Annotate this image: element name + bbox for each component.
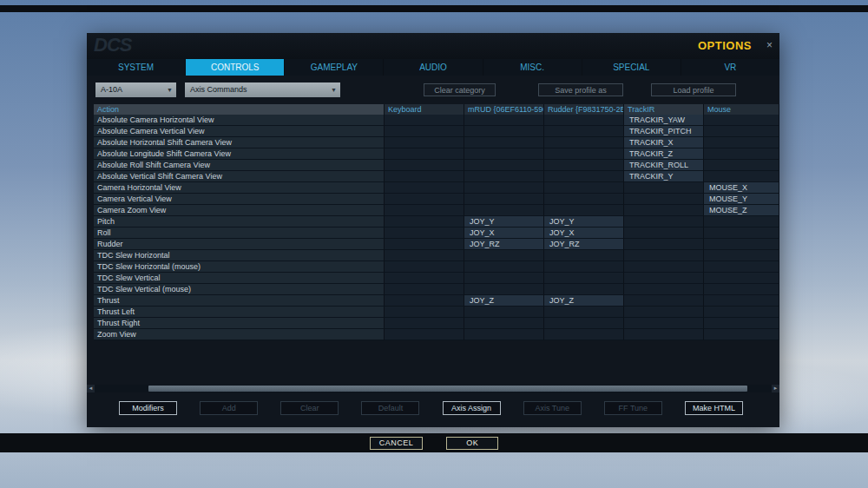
- binding-cell[interactable]: [464, 329, 544, 340]
- binding-cell[interactable]: [464, 126, 544, 137]
- save-profile-button[interactable]: Save profile as: [538, 83, 623, 96]
- binding-cell[interactable]: [544, 307, 624, 318]
- tab-gameplay[interactable]: GAMEPLAY: [285, 59, 384, 76]
- binding-cell[interactable]: TRACKIR_X: [624, 137, 704, 148]
- add-button[interactable]: Add: [200, 401, 258, 415]
- action-cell[interactable]: Rudder: [94, 239, 385, 250]
- binding-cell[interactable]: [464, 182, 544, 194]
- binding-cell[interactable]: [464, 194, 544, 205]
- binding-cell[interactable]: [624, 205, 704, 216]
- binding-cell[interactable]: [385, 273, 464, 284]
- binding-cell[interactable]: [624, 182, 704, 194]
- binding-cell[interactable]: [704, 273, 779, 284]
- binding-cell[interactable]: JOY_RZ: [464, 239, 544, 250]
- action-cell[interactable]: TDC Slew Vertical (mouse): [94, 284, 385, 295]
- binding-cell[interactable]: [704, 250, 779, 261]
- binding-cell[interactable]: MOUSE_Z: [704, 205, 779, 216]
- binding-cell[interactable]: JOY_Y: [544, 216, 624, 228]
- binding-cell[interactable]: [624, 284, 704, 295]
- action-cell[interactable]: Absolute Camera Horizontal View: [94, 115, 385, 126]
- action-cell[interactable]: Absolute Vertical Shift Camera View: [94, 171, 385, 182]
- binding-cell[interactable]: [544, 318, 624, 329]
- scrollbar-track[interactable]: [95, 385, 772, 392]
- binding-cell[interactable]: TRACKIR_ROLL: [624, 160, 704, 171]
- binding-cell[interactable]: [385, 250, 464, 261]
- action-cell[interactable]: Pitch: [94, 216, 385, 228]
- action-cell[interactable]: Camera Horizontal View: [94, 182, 385, 194]
- action-cell[interactable]: Camera Vertical View: [94, 194, 385, 205]
- binding-cell[interactable]: [704, 261, 779, 273]
- load-profile-button[interactable]: Load profile: [651, 83, 736, 96]
- action-cell[interactable]: Roll: [94, 228, 385, 239]
- action-cell[interactable]: Thrust Right: [94, 318, 385, 329]
- binding-cell[interactable]: JOY_X: [464, 228, 544, 239]
- tab-misc[interactable]: MISC.: [483, 59, 582, 76]
- close-icon[interactable]: ×: [766, 39, 773, 51]
- binding-cell[interactable]: [704, 284, 779, 295]
- binding-cell[interactable]: [624, 329, 704, 340]
- action-cell[interactable]: Absolute Roll Shift Camera View: [94, 160, 385, 171]
- binding-cell[interactable]: [385, 329, 464, 340]
- binding-cell[interactable]: [624, 239, 704, 250]
- binding-cell[interactable]: [385, 318, 464, 329]
- binding-cell[interactable]: JOY_Y: [464, 216, 544, 228]
- binding-cell[interactable]: [624, 228, 704, 239]
- action-cell[interactable]: TDC Slew Vertical: [94, 273, 385, 284]
- binding-cell[interactable]: [704, 307, 779, 318]
- binding-cell[interactable]: [704, 228, 779, 239]
- binding-cell[interactable]: [704, 160, 779, 171]
- binding-cell[interactable]: [704, 171, 779, 182]
- binding-cell[interactable]: [385, 171, 464, 182]
- binding-cell[interactable]: [464, 205, 544, 216]
- binding-cell[interactable]: [385, 205, 464, 216]
- action-cell[interactable]: TDC Slew Horizontal (mouse): [94, 261, 385, 273]
- binding-cell[interactable]: [544, 329, 624, 340]
- binding-cell[interactable]: [464, 250, 544, 261]
- binding-cell[interactable]: [385, 126, 464, 137]
- binding-cell[interactable]: [385, 295, 464, 307]
- binding-cell[interactable]: JOY_RZ: [544, 239, 624, 250]
- scrollbar-thumb[interactable]: [148, 386, 747, 392]
- binding-cell[interactable]: [544, 160, 624, 171]
- clear-button[interactable]: Clear: [280, 401, 339, 415]
- action-cell[interactable]: Thrust Left: [94, 307, 385, 318]
- binding-cell[interactable]: [464, 148, 544, 160]
- binding-cell[interactable]: [624, 216, 704, 228]
- binding-cell[interactable]: [704, 216, 779, 228]
- ff-tune-button[interactable]: FF Tune: [604, 401, 662, 415]
- binding-cell[interactable]: [624, 250, 704, 261]
- binding-cell[interactable]: [385, 137, 464, 148]
- scroll-left-icon[interactable]: ◄: [87, 385, 95, 392]
- binding-cell[interactable]: [385, 307, 464, 318]
- action-cell[interactable]: Absolute Horizontal Shift Camera View: [94, 137, 385, 148]
- binding-cell[interactable]: [704, 329, 779, 340]
- tab-audio[interactable]: AUDIO: [384, 59, 483, 76]
- binding-cell[interactable]: [385, 216, 464, 228]
- binding-cell[interactable]: [385, 239, 464, 250]
- action-cell[interactable]: Absolute Camera Vertical View: [94, 126, 385, 137]
- category-select[interactable]: Axis Commands ▼: [185, 82, 340, 97]
- axis-assign-button[interactable]: Axis Assign: [443, 401, 501, 415]
- binding-cell[interactable]: [544, 273, 624, 284]
- binding-cell[interactable]: [704, 126, 779, 137]
- binding-cell[interactable]: [704, 239, 779, 250]
- binding-cell[interactable]: [464, 261, 544, 273]
- cancel-button[interactable]: CANCEL: [370, 437, 424, 450]
- binding-cell[interactable]: JOY_Z: [544, 295, 624, 307]
- binding-cell[interactable]: [704, 295, 779, 307]
- binding-cell[interactable]: [544, 148, 624, 160]
- binding-cell[interactable]: [624, 273, 704, 284]
- binding-cell[interactable]: [385, 284, 464, 295]
- binding-cell[interactable]: [544, 182, 624, 194]
- binding-cell[interactable]: [385, 160, 464, 171]
- binding-cell[interactable]: [704, 115, 779, 126]
- binding-cell[interactable]: [624, 261, 704, 273]
- binding-cell[interactable]: [624, 318, 704, 329]
- binding-cell[interactable]: [544, 261, 624, 273]
- make-html-button[interactable]: Make HTML: [685, 401, 743, 415]
- binding-cell[interactable]: [544, 126, 624, 137]
- binding-cell[interactable]: [464, 307, 544, 318]
- binding-cell[interactable]: [544, 250, 624, 261]
- binding-cell[interactable]: JOY_X: [544, 228, 624, 239]
- axis-tune-button[interactable]: Axis Tune: [523, 401, 582, 415]
